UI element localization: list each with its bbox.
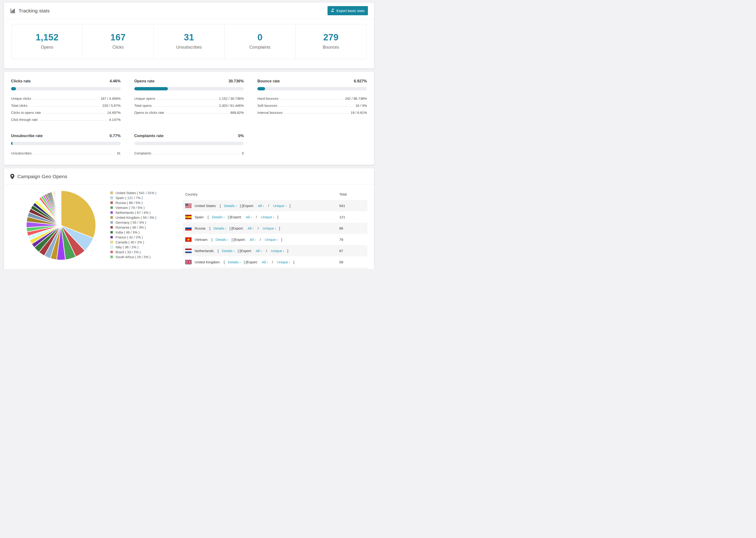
legend-label: Italy ( 36 / 2% ) [116,245,138,249]
legend-label: United Kingdom ( 59 / 3% ) [116,216,156,219]
details-link-nl[interactable]: Details › [222,249,235,253]
rate-row: Clicks to opens rate14.497% [11,109,121,116]
stat-label: Opens [12,45,82,50]
campaign-geo-opens-card: Campaign Geo Opens United States ( 541 /… [4,168,374,269]
country-name: Spain [195,215,203,219]
legend-swatch [110,241,113,243]
stat-value: 279 [296,32,366,42]
rate-title: Opens rate [134,79,154,83]
rate-row: Unique opens1,152 / 30.736% [134,95,244,102]
stat-value: 31 [153,32,224,42]
rate-row: Internal bounces19 / 6.81% [257,109,367,116]
rate-row-value: 19 / 6.81% [351,111,367,115]
country-total: 55 [337,268,367,269]
legend-label: Russia ( 86 / 5% ) [116,201,142,205]
details-link-es[interactable]: Details › [212,215,225,219]
export-all-link-es[interactable]: All › [246,215,252,219]
legend-label: India ( 46 / 3% ) [116,231,139,234]
export-all-link-gb[interactable]: All › [262,260,268,264]
progress-fill [11,87,16,90]
rate-row-label: Hard bounces [257,97,279,100]
export-basic-stats-button[interactable]: Export basic stats [328,6,368,15]
country-name: United States [195,204,216,208]
rate-title: Complaints rate [134,134,164,138]
rate-value: 0% [238,134,244,138]
rate-row-value: 2,303 / 61.446% [219,104,244,108]
stat-label: Bounces [296,45,366,50]
rate-row: Total opens2,303 / 61.446% [134,102,244,109]
legend-label: Netherlands ( 67 / 4% ) [116,211,150,215]
rate-panel-complaints-rate: Complaints rate0%Complaints0 [134,134,244,157]
export-all-link-us[interactable]: All › [258,204,264,208]
geo-title-wrap: Campaign Geo Opens [10,174,67,179]
export-unique-link-nl[interactable]: Unique › [271,249,284,253]
dotted-leader [285,113,349,114]
rate-row: Unsubscribes31 [11,150,121,157]
export-unique-link-gb[interactable]: Unique › [277,260,291,264]
export-unique-link-us[interactable]: Unique › [273,204,287,208]
legend-item-south-africa: South Africa ( 29 / 2% ) [110,254,183,259]
legend-swatch [110,196,113,199]
table-row-gb: United Kingdom [Details ›] [Export: All … [183,256,367,268]
progress-track [134,142,244,145]
flag-gb-icon [185,260,191,264]
legend-item-netherlands: Netherlands ( 67 / 4% ) [110,210,183,215]
rate-row-label: Opens to clicks rate [134,111,164,115]
tracking-stats-header: Tracking stats Export basic stats [4,3,374,19]
tracking-stats-card: Tracking stats Export basic stats 1,152O… [4,2,374,69]
export-all-link-ru[interactable]: All › [247,226,253,230]
legend-label: Canada ( 40 / 2% ) [116,241,144,244]
progress-track [134,87,244,90]
stat-box-complaints: 0Complaints [225,25,296,59]
rates-grid: Clicks rate4.46%Unique clicks167 / 4.456… [11,79,367,157]
page: Tracking stats Export basic stats 1,152O… [0,0,378,269]
rate-row-label: Soft bounces [257,104,277,108]
dotted-leader [40,120,107,121]
rate-row-value: 167 / 4.456% [100,97,121,100]
rate-title: Bounce rate [257,79,280,83]
dotted-leader [166,113,229,114]
rate-row: Soft bounces18 / 0% [257,102,367,109]
flag-ru-icon [185,226,191,231]
legend-swatch [110,191,113,194]
pie-svg [26,190,96,261]
rate-title: Clicks rate [11,79,30,83]
export-unique-link-vn[interactable]: Unique › [265,238,278,242]
details-link-ru[interactable]: Details › [213,226,226,230]
bar-chart-icon [10,8,16,14]
country-total: 59 [337,256,367,268]
dotted-leader [29,106,100,107]
country-total: 67 [337,245,367,256]
legend-item-russia: Russia ( 86 / 5% ) [110,200,183,205]
table-row-vn: Vietnam [Details ›] [Export: All › / Uni… [183,234,367,245]
legend-swatch [110,211,113,214]
rate-title: Unsubscribe rate [11,134,43,138]
export-all-link-nl[interactable]: All › [256,249,262,253]
rate-panel-bounce-rate: Bounce rate6.927%Hard bounces242 / 86.73… [257,79,367,123]
export-all-link-vn[interactable]: All › [249,238,256,242]
details-link-vn[interactable]: Details › [216,238,229,242]
country-name: Russia [195,226,205,230]
table-row-us: United States [Details ›] [Export: All ›… [183,200,367,211]
legend-label: South Africa ( 29 / 2% ) [116,255,150,259]
details-link-gb[interactable]: Details › [228,260,241,264]
details-link-us[interactable]: Details › [224,204,237,208]
export-unique-link-es[interactable]: Unique › [261,215,274,219]
rate-row-label: Total clicks [11,104,27,108]
country-total: 79 [337,234,367,245]
export-unique-link-ru[interactable]: Unique › [263,226,276,230]
geo-header: Campaign Geo Opens [4,168,374,185]
geo-title: Campaign Geo Opens [17,174,67,179]
stat-box-bounces: 279Bounces [296,25,366,59]
rate-head: Unsubscribe rate0.77% [11,134,121,138]
stat-value: 167 [82,32,153,42]
rate-row-value: 0 [242,151,244,155]
stat-box-clicks: 167Clicks [82,25,153,59]
geo-pie-chart [26,190,96,269]
flag-nl-icon [185,248,191,253]
rate-row: Total clicks220 / 5.87% [11,102,121,109]
rate-row-label: Click through rate [11,118,38,122]
rate-head: Complaints rate0% [134,134,244,138]
legend-swatch [110,231,113,234]
country-total: 86 [337,223,367,234]
